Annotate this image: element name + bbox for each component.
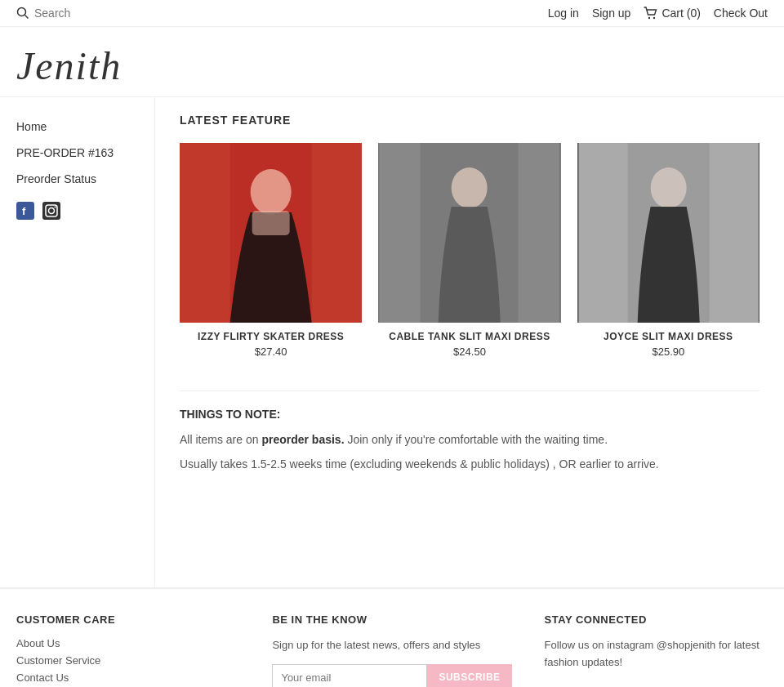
login-link[interactable]: Log in: [548, 7, 579, 20]
product-card[interactable]: JOYCE SLIT MAXI DRESS $25.90: [577, 143, 760, 358]
svg-point-3: [653, 17, 655, 19]
main-layout: Home PRE-ORDER #163 Preorder Status f: [0, 97, 784, 587]
cart-label: Cart (0): [662, 7, 700, 20]
topbar: Log in Sign up Cart (0) Check Out: [0, 0, 784, 27]
svg-point-2: [648, 17, 650, 19]
search-input[interactable]: [34, 7, 157, 20]
things-to-note-section: THINGS TO NOTE: All items are on preorde…: [180, 390, 760, 475]
svg-point-19: [650, 167, 686, 208]
footer: CUSTOMER CARE About Us Customer Service …: [0, 587, 784, 687]
sidebar-nav: Home PRE-ORDER #163 Preorder Status: [0, 114, 154, 192]
site-logo[interactable]: Jenith: [16, 43, 122, 88]
things-line1: All items are on preorder basis. Join on…: [180, 430, 760, 450]
about-us-link[interactable]: About Us: [16, 637, 239, 649]
product-price: $25.90: [577, 346, 760, 358]
footer-newsletter: Be in the know Sign up for the latest ne…: [272, 613, 511, 687]
search-area: [16, 7, 157, 20]
sidebar: Home PRE-ORDER #163 Preorder Status f: [0, 97, 155, 587]
product-card[interactable]: IZZY FLIRTY SKATER DRESS $27.40: [180, 143, 362, 358]
search-icon: [16, 7, 29, 20]
customer-care-title: CUSTOMER CARE: [16, 613, 239, 626]
product-image: [577, 143, 760, 323]
product-grid: IZZY FLIRTY SKATER DRESS $27.40 CABLE TA…: [180, 143, 760, 358]
sidebar-item-preorder-status[interactable]: Preorder Status: [0, 166, 154, 192]
newsletter-title: Be in the know: [272, 613, 511, 626]
sidebar-social: f: [0, 192, 154, 232]
svg-line-1: [25, 16, 29, 19]
topbar-right: Log in Sign up Cart (0) Check Out: [548, 7, 768, 20]
footer-customer-care: CUSTOMER CARE About Us Customer Service …: [16, 613, 239, 687]
svg-point-12: [251, 169, 292, 215]
signup-link[interactable]: Sign up: [592, 7, 630, 20]
instagram-icon[interactable]: [42, 202, 60, 222]
footer-social: Stay connected Follow us on instagram @s…: [545, 613, 768, 687]
svg-point-16: [452, 167, 488, 208]
stay-connected-text: Follow us on instagram @shopjenith for l…: [545, 637, 768, 671]
product-card[interactable]: CABLE TANK SLIT MAXI DRESS $24.50: [378, 143, 560, 358]
newsletter-desc: Sign up for the latest news, offers and …: [272, 637, 511, 654]
svg-point-0: [18, 8, 26, 16]
latest-feature-title: LATEST FEATURE: [180, 114, 760, 127]
email-form: SUBSCRIBE: [272, 664, 511, 687]
product-price: $27.40: [180, 346, 362, 358]
product-price: $24.50: [378, 346, 560, 358]
sidebar-item-preorder[interactable]: PRE-ORDER #163: [0, 140, 154, 166]
things-to-note-title: THINGS TO NOTE:: [180, 408, 760, 421]
stay-connected-title: Stay connected: [545, 613, 768, 626]
email-input[interactable]: [272, 664, 427, 687]
svg-text:f: f: [22, 205, 26, 217]
product-image: [180, 143, 362, 323]
customer-service-link[interactable]: Customer Service: [16, 654, 239, 667]
product-name: IZZY FLIRTY SKATER DRESS: [180, 331, 362, 342]
sidebar-item-home[interactable]: Home: [0, 114, 154, 140]
checkout-link[interactable]: Check Out: [714, 7, 768, 20]
svg-rect-13: [252, 211, 290, 235]
product-image: [378, 143, 560, 323]
product-name: JOYCE SLIT MAXI DRESS: [577, 331, 760, 342]
svg-point-9: [55, 207, 56, 208]
facebook-icon[interactable]: f: [16, 202, 34, 222]
site-header: Jenith: [0, 27, 784, 97]
things-line2: Usually takes 1.5-2.5 weeks time (exclud…: [180, 455, 760, 475]
subscribe-button[interactable]: SUBSCRIBE: [427, 664, 511, 687]
product-name: CABLE TANK SLIT MAXI DRESS: [378, 331, 560, 342]
main-content: LATEST FEATURE IZZY FLIRTY SKATER DRESS: [155, 97, 784, 587]
cart-area[interactable]: Cart (0): [644, 7, 700, 20]
contact-us-link[interactable]: Contact Us: [16, 671, 239, 684]
